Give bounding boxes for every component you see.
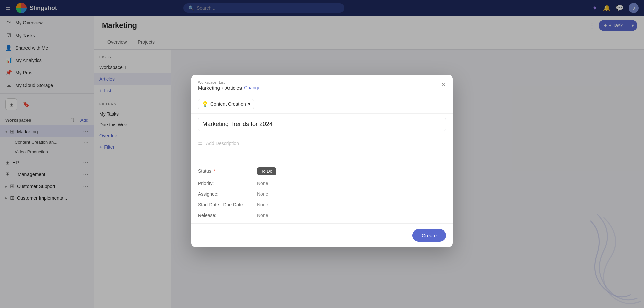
fields-area: Status: * To Do Priority: None Assignee:… — [191, 162, 453, 223]
priority-field-label: Priority: — [198, 181, 252, 186]
release-field-value[interactable]: None — [257, 213, 268, 218]
dialog-breadcrumb: Workspace List Marketing / Articles Chan… — [198, 80, 260, 91]
date-range-field-value[interactable]: None — [257, 202, 268, 207]
create-button[interactable]: Create — [412, 229, 446, 242]
description-placeholder: Add Description — [206, 141, 239, 146]
priority-field-value[interactable]: None — [257, 181, 268, 186]
content-creation-tag-btn[interactable]: 💡 Content Creation ▾ — [198, 99, 254, 109]
priority-field-row: Priority: None — [198, 181, 446, 186]
status-field-label: Status: * — [198, 168, 252, 174]
release-field-row: Release: None — [198, 213, 446, 218]
description-area[interactable]: ☰ Add Description — [191, 135, 453, 162]
release-field-label: Release: — [198, 213, 252, 218]
breadcrumb-labels: Workspace List — [198, 80, 260, 84]
modal-overlay: Workspace List Marketing / Articles Chan… — [0, 0, 644, 308]
tag-emoji: 💡 — [202, 101, 208, 107]
dialog-footer: Create — [191, 223, 453, 247]
create-task-dialog: Workspace List Marketing / Articles Chan… — [191, 75, 453, 247]
workspace-bc-label: Workspace — [198, 80, 216, 84]
assignee-field-row: Assignee: None — [198, 191, 446, 197]
description-icon: ☰ — [198, 141, 203, 148]
assignee-field-value[interactable]: None — [257, 191, 268, 197]
breadcrumb-values: Marketing / Articles Change — [198, 85, 260, 91]
date-range-field-row: Start Date - Due Date: None — [198, 202, 446, 207]
status-badge[interactable]: To Do — [257, 167, 276, 175]
workspace-bc-value: Marketing — [198, 85, 220, 91]
status-field-row: Status: * To Do — [198, 167, 446, 175]
task-name-area — [191, 114, 453, 135]
breadcrumb-separator: / — [222, 85, 223, 91]
list-bc-label: List — [219, 80, 225, 84]
required-star: * — [214, 168, 215, 174]
task-name-input[interactable] — [198, 118, 446, 131]
close-button[interactable]: × — [441, 80, 446, 88]
dialog-header: Workspace List Marketing / Articles Chan… — [191, 75, 453, 95]
dialog-body: 💡 Content Creation ▾ ☰ Add Description — [191, 95, 453, 223]
change-link[interactable]: Change — [244, 85, 260, 90]
list-bc-value: Articles — [225, 85, 242, 91]
tag-chevron: ▾ — [248, 101, 250, 107]
tag-label: Content Creation — [210, 101, 246, 107]
date-range-field-label: Start Date - Due Date: — [198, 202, 252, 207]
assignee-field-label: Assignee: — [198, 191, 252, 197]
tag-row: 💡 Content Creation ▾ — [191, 95, 453, 114]
